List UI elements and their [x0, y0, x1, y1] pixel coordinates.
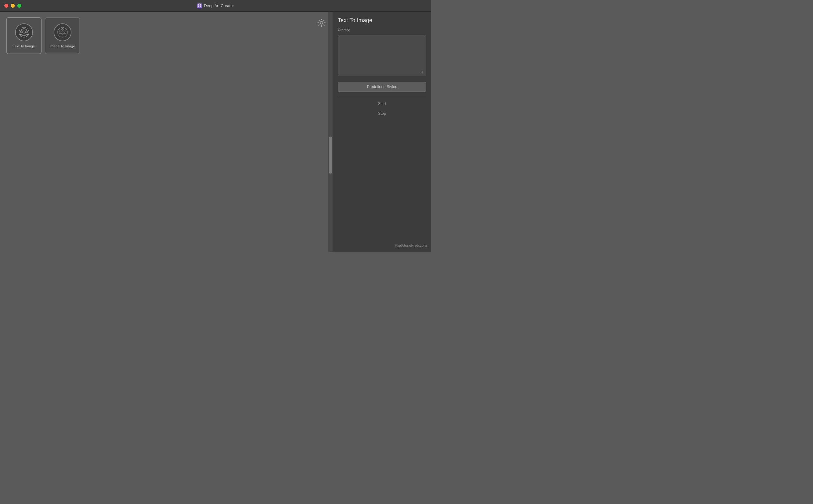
main-layout: Text To Image Image To Image [0, 12, 431, 252]
traffic-lights [4, 4, 21, 8]
prompt-label: Prompt [338, 28, 426, 32]
prompt-add-icon[interactable]: + [420, 70, 424, 75]
image-to-image-icon [54, 23, 71, 41]
image-to-image-label: Image To Image [50, 44, 75, 48]
gear-area [316, 17, 327, 28]
start-button[interactable]: Start [338, 99, 426, 108]
maximize-button[interactable] [17, 4, 21, 8]
close-button[interactable] [4, 4, 8, 8]
svg-rect-0 [198, 4, 199, 6]
text-to-image-card[interactable]: Text To Image [6, 17, 42, 54]
svg-rect-1 [200, 4, 201, 6]
divider [338, 96, 426, 96]
text-to-image-label: Text To Image [13, 44, 35, 48]
settings-button[interactable] [316, 17, 327, 28]
content-area: Text To Image Image To Image [0, 12, 333, 252]
svg-point-18 [320, 22, 323, 24]
stop-button[interactable]: Stop [338, 109, 426, 118]
right-panel: Text To Image Prompt + Predefined Styles… [333, 12, 431, 252]
image-to-image-card[interactable]: Image To Image [45, 17, 80, 54]
predefined-styles-button[interactable]: Predefined Styles [338, 82, 426, 92]
cards-area: Text To Image Image To Image [0, 12, 333, 60]
scrollbar[interactable] [328, 12, 333, 252]
titlebar: Deep Art Creator [0, 0, 431, 12]
app-icon [197, 3, 202, 8]
prompt-input[interactable] [338, 35, 426, 76]
svg-point-13 [61, 31, 64, 34]
prompt-wrapper: + [338, 35, 426, 78]
panel-title: Text To Image [338, 17, 426, 24]
svg-point-11 [58, 27, 67, 37]
text-to-image-icon [15, 23, 33, 41]
watermark: PaidGoneFree.com [395, 243, 427, 248]
svg-rect-3 [200, 6, 201, 7]
app-title: Deep Art Creator [197, 3, 234, 8]
svg-point-6 [22, 31, 26, 34]
scrollbar-thumb[interactable] [329, 137, 332, 174]
minimize-button[interactable] [11, 4, 15, 8]
svg-rect-2 [198, 6, 199, 7]
